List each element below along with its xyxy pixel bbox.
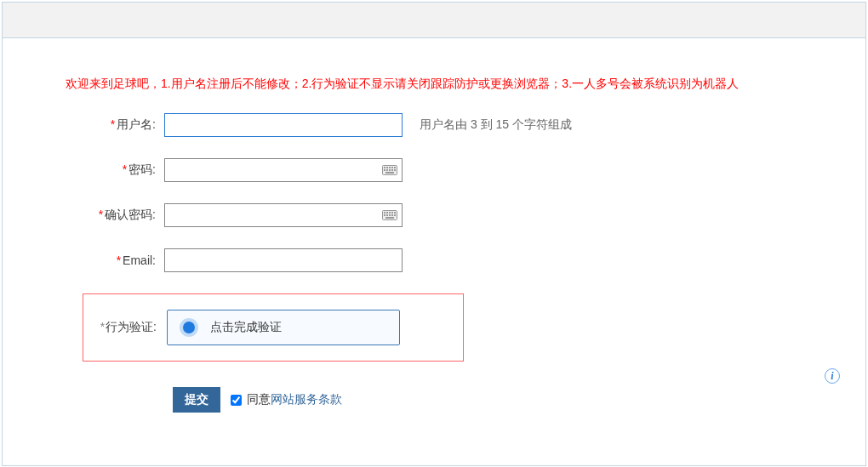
label-confirm-password: *确认密码: bbox=[54, 208, 164, 223]
label-password: *密码: bbox=[54, 162, 164, 178]
email-input[interactable] bbox=[164, 248, 403, 272]
row-password: *密码: bbox=[54, 158, 814, 182]
label-captcha: *行为验证: bbox=[83, 320, 165, 335]
form-panel: 欢迎来到足球吧，1.用户名注册后不能修改；2.行为验证不显示请关闭跟踪防护或更换… bbox=[2, 2, 866, 466]
agree-prefix: 同意 bbox=[247, 392, 271, 407]
top-bar bbox=[3, 3, 865, 38]
agree-label[interactable]: 同意网站服务条款 bbox=[231, 392, 342, 407]
row-confirm-password: *确认密码: bbox=[54, 203, 814, 227]
welcome-message: 欢迎来到足球吧，1.用户名注册后不能修改；2.行为验证不显示请关闭跟踪防护或更换… bbox=[66, 77, 814, 92]
captcha-button[interactable]: 点击完成验证 bbox=[167, 310, 400, 345]
info-icon[interactable]: i bbox=[825, 368, 840, 384]
username-input[interactable] bbox=[164, 113, 403, 137]
label-username: *用户名: bbox=[54, 117, 164, 133]
row-email: *Email: bbox=[54, 248, 814, 272]
captcha-dot-icon bbox=[183, 322, 195, 333]
captcha-button-text: 点击完成验证 bbox=[210, 320, 282, 335]
agree-checkbox[interactable] bbox=[231, 395, 242, 406]
row-username: *用户名: 用户名由 3 到 15 个字符组成 bbox=[54, 113, 814, 137]
submit-button[interactable]: 提交 bbox=[173, 387, 220, 413]
confirm-password-input[interactable] bbox=[164, 203, 403, 227]
form-content: 欢迎来到足球吧，1.用户名注册后不能修改；2.行为验证不显示请关闭跟踪防护或更换… bbox=[3, 38, 865, 465]
tos-link[interactable]: 网站服务条款 bbox=[271, 392, 342, 407]
label-email: *Email: bbox=[54, 253, 164, 267]
row-submit: 提交 同意网站服务条款 bbox=[173, 387, 814, 413]
username-hint: 用户名由 3 到 15 个字符组成 bbox=[420, 117, 572, 133]
row-captcha: *行为验证: 点击完成验证 bbox=[83, 293, 464, 362]
password-input[interactable] bbox=[164, 158, 403, 182]
